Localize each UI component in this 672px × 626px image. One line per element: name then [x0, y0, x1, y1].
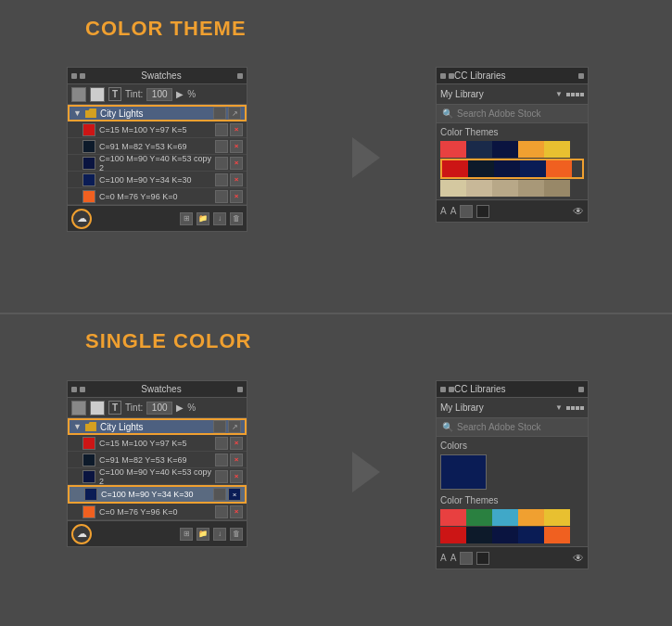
- theme-color: [440, 141, 466, 158]
- theme-color: [546, 160, 572, 177]
- swatch-row[interactable]: C=91 M=82 Y=53 K=69 ×: [68, 138, 247, 155]
- grid-dot: [580, 406, 584, 410]
- grid-dot: [576, 93, 579, 96]
- theme-row-3: [440, 180, 584, 197]
- swatches-panel-1: Swatches T Tint: 100 ▶ % ▼ City Lights ↗: [67, 67, 247, 232]
- cc-libraries-panel-1: CC Libraries My Library ▼ 🔍 Search Adobe…: [436, 67, 589, 223]
- cc-icon-a-2: A: [440, 553, 447, 563]
- delete-icon[interactable]: 🗑: [230, 212, 243, 225]
- swatch-icon-2: ×: [230, 470, 243, 483]
- swatch-name: C=15 M=100 Y=97 K=5: [99, 439, 211, 448]
- icon-glyph: 🗑: [233, 214, 240, 223]
- swatch-name: C=0 M=76 Y=96 K=0: [99, 192, 211, 201]
- group-right-icons-2: ↗: [213, 420, 241, 433]
- cc-colors-label: Colors: [437, 437, 588, 453]
- swatch-icon: [215, 505, 228, 518]
- theme-color: [518, 527, 544, 543]
- folder-icon-btn-2[interactable]: 📁: [197, 528, 209, 541]
- new-group-icon[interactable]: ⊞: [180, 212, 193, 225]
- theme-color: [466, 527, 492, 543]
- swatch-row-s2-1[interactable]: C=91 M=82 Y=53 K=69 ×: [68, 452, 247, 468]
- folder-icon-2: [85, 422, 96, 431]
- cc-section-label: Color Themes: [437, 123, 588, 139]
- swatch-right-icons: ×: [215, 190, 243, 203]
- cc-eye-icon: 👁: [573, 205, 584, 218]
- theme-color: [520, 160, 546, 177]
- tint-value[interactable]: 100: [146, 88, 172, 101]
- swatch-icon-2: ×: [228, 488, 241, 501]
- panel-titlebar-2: Swatches: [68, 381, 247, 398]
- swatch-preview-b: [90, 401, 105, 415]
- swatch-icon: [215, 173, 228, 186]
- swatch-name: C=91 M=82 Y=53 K=69: [99, 455, 211, 465]
- group-icon-box-4: ↗: [228, 420, 241, 433]
- swatch-color: [82, 454, 95, 466]
- swatch-row[interactable]: C=15 M=100 Y=97 K=5 ×: [68, 121, 247, 138]
- swatch-icon: [215, 123, 228, 136]
- group-icon-box: [213, 107, 226, 120]
- cc-bottom-bar-2: A A 👁: [437, 546, 588, 569]
- import-icon[interactable]: ↓: [213, 212, 226, 225]
- cc-icon-text-2: A: [450, 553, 457, 563]
- cc-collapse-icon: [440, 73, 454, 79]
- swatch-row-s2-4[interactable]: C=0 M=76 Y=96 K=0 ×: [68, 504, 247, 520]
- tint-arrow: ▶: [176, 89, 184, 99]
- panel-dot: [80, 73, 85, 79]
- swatch-icon: [215, 157, 228, 170]
- swatch-name-selected: C=100 M=90 Y=34 K=30: [101, 490, 209, 499]
- cc-color-themes-label: Color Themes: [437, 492, 588, 507]
- swatch-row-s2-2[interactable]: C=100 M=90 Y=40 K=53 copy 2 ×: [68, 468, 247, 485]
- search-icon-2: 🔍: [442, 422, 453, 432]
- cc-swatch-dark-icon-2: [476, 552, 489, 565]
- cc-title-icons: [578, 73, 584, 79]
- panel-dot: [440, 73, 446, 79]
- cc-titlebar-1: CC Libraries: [437, 68, 588, 84]
- search-placeholder-2[interactable]: Search Adobe Stock: [457, 422, 541, 432]
- delete-icon-2[interactable]: 🗑: [230, 528, 243, 541]
- swatch-preview: [71, 87, 86, 102]
- swatch-right-icons: ×: [215, 470, 243, 483]
- icon-glyph: 🗑: [233, 530, 240, 538]
- swatch-right-icons: ×: [215, 173, 243, 186]
- x-icon: ×: [235, 455, 239, 464]
- swatch-color: [82, 157, 95, 170]
- panel-dot: [440, 387, 446, 392]
- theme-color: [440, 180, 466, 197]
- panel-collapse-icon: [71, 387, 85, 392]
- swatches-toolbar-2: T Tint: 100 ▶ %: [68, 398, 247, 418]
- add-to-cloud-button-2[interactable]: ☁: [71, 524, 92, 544]
- folder-icon-btn[interactable]: 📁: [197, 212, 209, 225]
- swatch-icon-2: ×: [230, 505, 243, 518]
- panel-dot: [71, 73, 77, 79]
- panel-menu-icon[interactable]: [237, 387, 243, 392]
- tint-value-2[interactable]: 100: [146, 402, 172, 415]
- swatch-row[interactable]: C=100 M=90 Y=34 K=30 ×: [68, 172, 247, 188]
- new-group-icon-2[interactable]: ⊞: [180, 528, 193, 541]
- swatch-icon-2: ×: [230, 454, 243, 466]
- theme-color: [494, 160, 520, 177]
- import-icon-2[interactable]: ↓: [213, 528, 226, 541]
- library-grid-icon-2: [566, 406, 584, 410]
- swatch-right-icons: ×: [213, 488, 241, 501]
- panel-menu-icon[interactable]: [237, 73, 243, 79]
- cc-swatch-icon-2: [460, 552, 473, 565]
- library-dropdown-2[interactable]: ▼: [555, 403, 563, 412]
- swatch-right-icons: ×: [215, 140, 243, 153]
- bottom-bar-icons: ⊞ 📁 ↓ 🗑: [180, 212, 243, 225]
- swatch-row-s2-0[interactable]: C=15 M=100 Y=97 K=5 ×: [68, 435, 247, 452]
- x-icon: ×: [235, 507, 239, 516]
- swatch-row[interactable]: C=0 M=76 Y=96 K=0 ×: [68, 188, 247, 205]
- library-grid-icon: [566, 93, 584, 96]
- swatch-row[interactable]: C=100 M=90 Y=40 K=53 copy 2 ×: [68, 155, 247, 172]
- library-dropdown[interactable]: ▼: [555, 90, 563, 98]
- swatch-row-s2-3-selected[interactable]: C=100 M=90 Y=34 K=30 ×: [68, 485, 247, 504]
- arrow-right-2: [352, 452, 380, 492]
- x-icon: ×: [235, 192, 239, 200]
- cloud-icon: ☁: [77, 212, 87, 224]
- add-to-cloud-button[interactable]: ☁: [71, 209, 92, 229]
- grid-dot: [566, 406, 570, 410]
- percent-sign: %: [187, 89, 196, 99]
- swatch-icon-2: ×: [230, 157, 243, 170]
- x-icon: ×: [235, 125, 239, 134]
- search-placeholder[interactable]: Search Adobe Stock: [457, 109, 541, 119]
